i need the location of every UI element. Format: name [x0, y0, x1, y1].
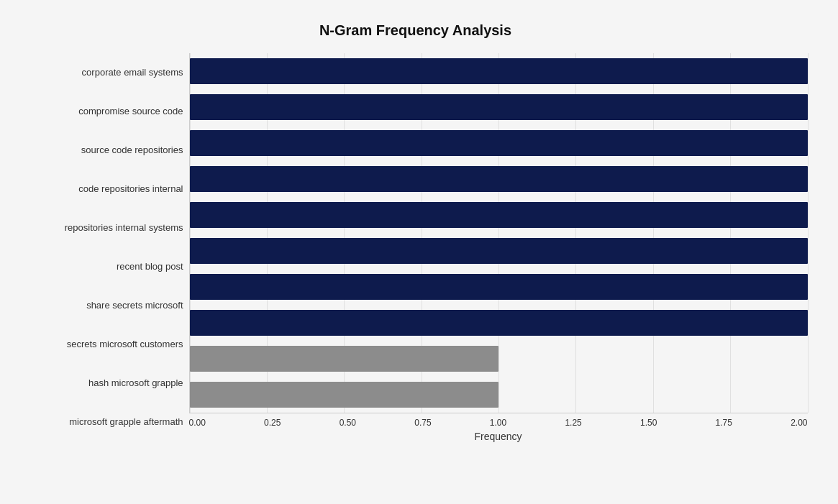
x-tick: 2.00	[791, 418, 807, 428]
bar	[190, 166, 808, 192]
x-tick: 1.25	[565, 418, 581, 428]
bar-row	[190, 161, 808, 197]
bar-row	[190, 305, 808, 341]
bar	[190, 310, 808, 336]
x-axis-label: Frequency	[189, 431, 808, 442]
bar-row	[190, 341, 808, 377]
x-tick: 0.75	[414, 418, 431, 428]
x-tick: 1.75	[716, 418, 732, 428]
bar-row	[190, 377, 808, 413]
bar	[190, 238, 808, 264]
bar-row	[190, 53, 808, 89]
bar-row	[190, 233, 808, 269]
y-label: microsoft grapple aftermath	[24, 404, 183, 440]
y-axis: corporate email systemscompromise source…	[24, 53, 189, 441]
y-label: hash microsoft grapple	[24, 365, 183, 401]
y-label: share secrets microsoft	[24, 288, 183, 324]
bar	[190, 274, 808, 300]
x-tick: 0.00	[189, 418, 206, 428]
plot-area: 0.000.250.500.751.001.251.501.752.00 Fre…	[189, 53, 808, 441]
bar-row	[190, 197, 808, 233]
bar	[190, 346, 499, 372]
bar	[190, 94, 808, 120]
bar	[190, 202, 808, 228]
y-label: repositories internal systems	[24, 210, 183, 246]
chart-area: corporate email systemscompromise source…	[24, 53, 808, 441]
bar	[190, 58, 808, 84]
y-label: compromise source code	[24, 93, 183, 129]
x-tick: 1.00	[490, 418, 506, 428]
bar-row	[190, 89, 808, 125]
bar	[190, 130, 808, 156]
x-tick: 1.50	[640, 418, 657, 428]
y-label: code repositories internal	[24, 171, 183, 207]
y-label: recent blog post	[24, 249, 183, 285]
chart-title: N-Gram Frequency Analysis	[24, 22, 808, 39]
grid-line	[808, 53, 809, 413]
x-axis: 0.000.250.500.751.001.251.501.752.00	[189, 413, 808, 428]
x-tick: 0.50	[340, 418, 356, 428]
bars-container	[189, 53, 808, 413]
bar	[190, 382, 499, 408]
y-label: secrets microsoft customers	[24, 326, 183, 362]
x-tick: 0.25	[264, 418, 281, 428]
bar-row	[190, 125, 808, 161]
chart-container: N-Gram Frequency Analysis corporate emai…	[9, 8, 829, 497]
y-label: corporate email systems	[24, 55, 183, 91]
y-label: source code repositories	[24, 132, 183, 168]
bar-row	[190, 269, 808, 305]
